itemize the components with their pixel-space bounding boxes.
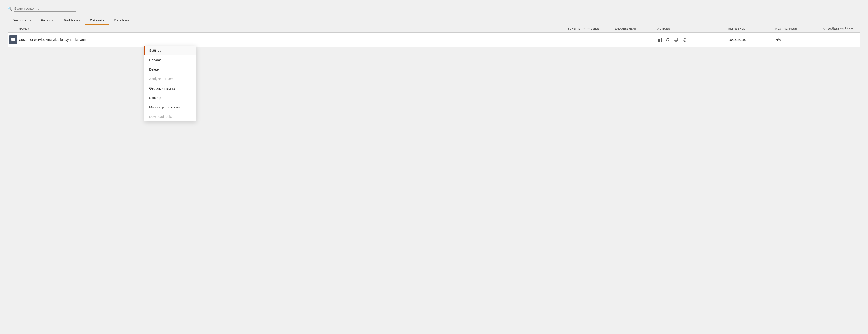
svg-rect-3 [658,39,659,41]
share-icon[interactable] [682,37,686,42]
refresh-icon-svg [665,37,670,42]
database-icon [11,37,16,42]
svg-rect-6 [674,38,678,40]
dropdown-menu: Settings Rename Delete Analyze in Excel … [145,46,196,121]
menu-item-download-pbix: Download .pbix [145,112,196,121]
svg-line-13 [683,40,684,41]
col-header-refreshed: REFRESHED [728,27,775,30]
tab-dataflows[interactable]: Dataflows [109,16,134,25]
showing-count: Showing 1 item [832,26,853,30]
next-refresh-value: N/A [775,38,823,41]
table-row: Customer Service Analytics for Dynamics … [7,33,861,47]
svg-point-10 [684,40,685,41]
tab-workbooks[interactable]: Workbooks [58,16,85,25]
svg-line-12 [683,38,684,39]
col-header-actions: ACTIONS [657,27,728,30]
svg-point-9 [684,38,685,39]
tabs-bar: Dashboards Reports Workbooks Datasets Da… [7,16,861,25]
dataset-icon-cell [7,35,19,44]
menu-item-delete[interactable]: Delete [145,65,196,74]
menu-item-settings[interactable]: Settings [145,46,196,55]
compute-icon[interactable] [674,37,678,42]
chart-icon[interactable] [657,37,662,42]
share-icon-svg [682,37,686,42]
table-header: NAME ↑ SENSITIVITY (preview) ENDORSEMENT… [7,25,861,33]
svg-rect-0 [11,38,15,39]
tab-reports[interactable]: Reports [36,16,58,25]
dataset-icon [9,35,18,44]
refresh-icon[interactable] [665,37,670,42]
refreshed-value: 10/23/2019, [728,38,775,41]
search-input[interactable] [14,6,75,11]
tab-dashboards[interactable]: Dashboards [7,16,36,25]
svg-rect-1 [11,39,15,40]
menu-item-manage-permissions[interactable]: Manage permissions [145,103,196,112]
col-header-next-refresh: NEXT REFRESH [775,27,823,30]
context-menu: Settings Rename Delete Analyze in Excel … [145,46,196,121]
menu-item-quick-insights[interactable]: Get quick insights [145,84,196,93]
analyze-icon-svg [657,37,662,42]
sort-asc-icon: ↑ [28,27,29,30]
search-icon: 🔍 [7,6,12,11]
col-header-sensitivity: SENSITIVITY (preview) [568,27,615,30]
actions-col: ⋯ [657,37,728,43]
svg-rect-4 [659,38,660,41]
monitor-icon-svg [674,37,678,42]
svg-rect-5 [660,38,661,41]
menu-item-security[interactable]: Security [145,93,196,103]
api-access-value: -- [823,38,861,41]
svg-rect-2 [11,40,15,41]
datasets-table: NAME ↑ SENSITIVITY (preview) ENDORSEMENT… [7,25,861,47]
menu-item-analyze-excel: Analyze in Excel [145,74,196,84]
svg-point-11 [682,39,683,40]
dataset-name[interactable]: Customer Service Analytics for Dynamics … [19,38,568,41]
sensitivity-value: — [568,38,615,41]
tab-datasets[interactable]: Datasets [85,16,109,25]
more-options-icon[interactable]: ⋯ [690,37,694,43]
menu-item-rename[interactable]: Rename [145,55,196,65]
col-header-endorsement: ENDORSEMENT [615,27,657,30]
col-header-name[interactable]: NAME ↑ [19,27,568,30]
